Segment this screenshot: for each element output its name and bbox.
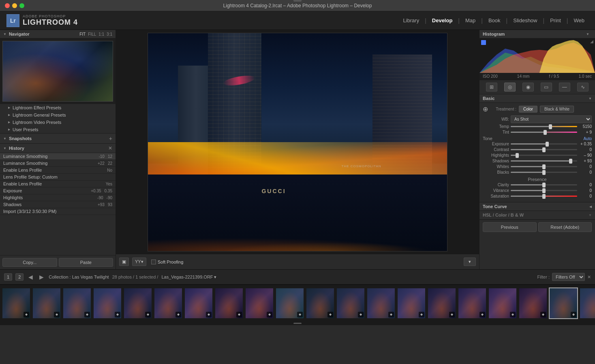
history-item[interactable]: Highlights -90-90 — [0, 194, 116, 201]
main-image-container[interactable]: THE COSMOPOLITAN GUCCI — [116, 30, 479, 254]
yy-button[interactable]: YY▾ — [132, 258, 146, 266]
vibrance-thumb[interactable] — [542, 188, 546, 193]
clipping-highlight-indicator[interactable] — [590, 40, 593, 43]
history-item[interactable]: Exposure +0.350.35 — [0, 187, 116, 194]
maximize-button[interactable] — [19, 3, 24, 8]
filter-select[interactable]: Filters Off Flagged Unflagged — [552, 273, 585, 281]
tint-slider[interactable] — [511, 132, 577, 133]
film-thumb[interactable]: ◆ — [458, 287, 487, 319]
auto-button[interactable]: Auto — [583, 136, 592, 141]
resize-handle[interactable] — [293, 0, 302, 2]
reset-button[interactable]: Reset (Adobe) — [538, 222, 592, 232]
paste-button[interactable]: Paste — [59, 258, 113, 267]
color-treatment-button[interactable]: Color — [519, 106, 537, 113]
hsl-header[interactable]: HSL / Color / B & W ▼ — [479, 211, 595, 219]
saturation-slider[interactable] — [511, 196, 577, 197]
highlights-slider[interactable] — [511, 155, 577, 156]
whites-thumb[interactable] — [542, 164, 546, 169]
temp-thumb[interactable] — [549, 124, 552, 129]
clipping-shadow-indicator[interactable] — [481, 40, 486, 45]
view-num-2[interactable]: 2 — [15, 273, 24, 281]
history-item[interactable]: Luminance Smoothing -1012 — [0, 153, 116, 160]
previous-button[interactable]: Previous — [483, 222, 537, 232]
nav-map[interactable]: Map — [461, 16, 479, 25]
clarity-slider[interactable] — [511, 184, 577, 185]
history-item[interactable]: Import (3/3/12 3:50:30 PM) — [0, 208, 116, 215]
crop-tool-button[interactable]: ⊞ — [486, 83, 497, 92]
eyedropper-tool[interactable]: ⊕ — [483, 105, 488, 113]
contrast-slider[interactable] — [511, 149, 577, 150]
adjustment-brush-button[interactable]: ∿ — [577, 83, 589, 92]
copy-button[interactable]: Copy... — [2, 258, 57, 267]
radial-filter-button[interactable]: — — [559, 83, 570, 92]
film-thumb[interactable]: ◆ — [245, 287, 274, 319]
preset-general[interactable]: ▶ Lightroom General Presets — [0, 111, 116, 119]
film-thumb[interactable]: ◆ — [123, 287, 152, 319]
film-thumb[interactable]: ◆ — [2, 287, 31, 319]
fit-fit[interactable]: FIT — [79, 32, 86, 36]
film-thumb[interactable]: ◆ — [214, 287, 244, 319]
snapshots-add-button[interactable]: + — [109, 135, 112, 142]
filename-dropdown-icon[interactable]: ▾ — [214, 275, 216, 280]
nav-book[interactable]: Book — [484, 16, 505, 25]
preset-user[interactable]: ▶ User Presets — [0, 126, 116, 133]
basic-section-header[interactable]: Basic ▼ — [479, 94, 595, 103]
history-header[interactable]: ▼ History ✕ — [0, 144, 116, 153]
history-item[interactable]: Shadows +9393 — [0, 201, 116, 208]
tone-curve-header[interactable]: Tone Curve ◀ — [479, 202, 595, 211]
nav-web[interactable]: Web — [570, 16, 589, 25]
snapshots-header[interactable]: ▼ Snapshots + — [0, 134, 116, 144]
fit-fill[interactable]: FILL — [88, 32, 96, 36]
clarity-thumb[interactable] — [542, 183, 546, 187]
wb-select[interactable]: As Shot Auto Daylight Custom — [511, 115, 592, 123]
spot-removal-button[interactable]: ◎ — [504, 83, 516, 92]
highlights-thumb[interactable] — [516, 153, 519, 158]
preset-effect[interactable]: ▶ Lightroom Effect Presets — [0, 104, 116, 111]
resize-bottom[interactable] — [0, 321, 595, 325]
nav-slideshow[interactable]: Slideshow — [509, 16, 541, 25]
shadows-thumb[interactable] — [569, 159, 572, 164]
history-close-button[interactable]: ✕ — [108, 145, 112, 151]
temp-slider[interactable] — [511, 126, 577, 127]
navigator-header[interactable]: ▼ Navigator FIT FILL 1:1 3:1 — [0, 30, 116, 38]
film-thumb[interactable]: ◆ — [62, 287, 92, 319]
close-button[interactable] — [5, 3, 10, 8]
next-nav-button[interactable]: ▶ — [38, 274, 45, 280]
film-thumb[interactable]: ◆ — [579, 287, 595, 319]
tint-thumb[interactable] — [544, 130, 547, 135]
navigator-image[interactable] — [2, 41, 113, 102]
film-thumb[interactable]: ◆ — [549, 287, 578, 319]
soft-proof-checkbox[interactable] — [151, 260, 156, 264]
blacks-thumb[interactable] — [542, 170, 546, 175]
filter-close-icon[interactable]: ✕ — [587, 275, 591, 280]
shadows-slider[interactable] — [511, 160, 577, 162]
redeye-button[interactable]: ◉ — [522, 83, 534, 92]
history-item[interactable]: Enable Lens Profile Yes — [0, 181, 116, 187]
history-item[interactable]: Luminance Smoothing +2222 — [0, 160, 116, 167]
nav-print[interactable]: Print — [546, 16, 565, 25]
film-thumb[interactable]: ◆ — [366, 287, 396, 319]
prev-nav-button[interactable]: ◀ — [27, 274, 34, 280]
fit-1-1[interactable]: 1:1 — [98, 32, 104, 36]
film-thumb[interactable]: ◆ — [184, 287, 213, 319]
view-num-1[interactable]: 1 — [4, 273, 12, 281]
minimize-button[interactable] — [12, 3, 17, 8]
film-thumb[interactable]: ◆ — [32, 287, 61, 319]
nav-develop[interactable]: Develop — [428, 16, 457, 25]
vibrance-slider[interactable] — [511, 190, 577, 191]
saturation-thumb[interactable] — [542, 194, 546, 199]
film-thumb[interactable]: ◆ — [306, 287, 335, 319]
preset-video[interactable]: ▶ Lightroom Video Presets — [0, 119, 116, 126]
blacks-slider[interactable] — [511, 172, 577, 173]
history-item[interactable]: Lens Profile Setup: Custom — [0, 174, 116, 181]
film-thumb[interactable]: ◆ — [518, 287, 548, 319]
exposure-slider[interactable] — [511, 143, 577, 145]
histogram-header[interactable]: Histogram ▼ — [479, 30, 595, 38]
film-thumb[interactable]: ◆ — [336, 287, 365, 319]
graduated-filter-button[interactable]: ▭ — [541, 83, 552, 92]
whites-slider[interactable] — [511, 166, 577, 167]
film-thumb[interactable]: ◆ — [397, 287, 426, 319]
exposure-thumb[interactable] — [546, 142, 549, 147]
film-thumb[interactable]: ◆ — [488, 287, 517, 319]
contrast-thumb[interactable] — [542, 147, 546, 152]
